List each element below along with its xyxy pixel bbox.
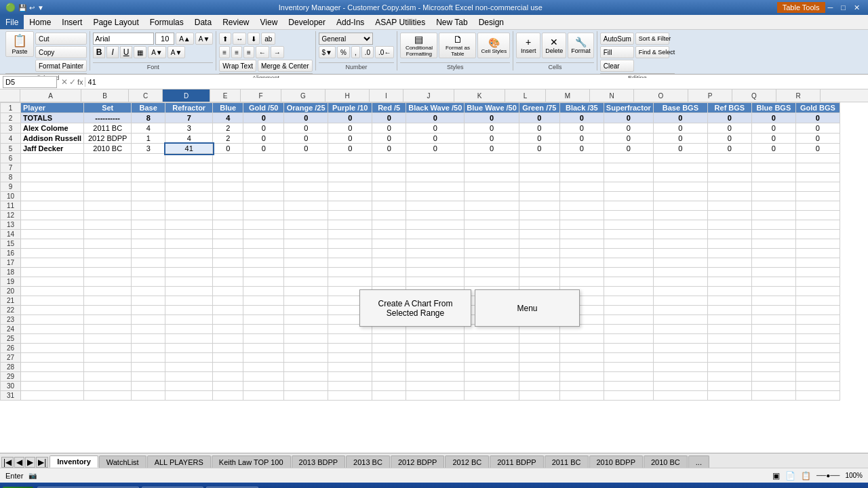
italic-button[interactable]: I [106,46,119,58]
cell-O3[interactable]: 0 [653,123,707,134]
font-size-input[interactable] [155,33,174,45]
minimize-btn[interactable]: ─ [825,3,836,12]
cell-A2[interactable]: TOTALS [21,113,84,123]
sheet-tab-2011bc[interactable]: 2011 BC [545,455,589,468]
cell-C4[interactable]: 1 [132,134,165,144]
align-middle-btn[interactable]: ↔ [233,33,246,45]
align-center-btn[interactable]: ≡ [231,46,242,58]
align-top-btn[interactable]: ⬆ [219,33,231,45]
align-right-btn[interactable]: ≡ [243,46,254,58]
cell-C1[interactable]: Base [132,103,165,113]
cell-L1[interactable]: Green /75 [519,103,559,113]
cell-P3[interactable]: 0 [707,123,751,134]
cell-A3[interactable]: Alex Colome [21,123,84,134]
find-select-btn[interactable]: Find & Select [635,46,669,58]
paste-button[interactable]: 📋 Paste [5,31,34,57]
cell-K1[interactable]: Blue Wave /50 [465,103,519,113]
cell-N5[interactable]: 0 [604,144,653,154]
cell-B2[interactable]: ---------- [84,113,132,123]
col-H[interactable]: H [326,89,370,102]
cell-J3[interactable]: 0 [406,123,465,134]
col-E[interactable]: E [210,89,241,102]
confirm-formula-btn[interactable]: ✓ [69,77,76,87]
cell-D2[interactable]: 7 [165,113,213,123]
col-C[interactable]: C [129,89,163,102]
cell-G5[interactable]: 0 [284,144,328,154]
menu-box[interactable]: Menu [475,289,580,327]
cell-H1[interactable]: Purple /10 [328,103,372,113]
menu-new-tab[interactable]: New Tab [431,15,473,29]
cell-M2[interactable]: 0 [559,113,604,123]
cell-styles-btn[interactable]: 🎨 Cell Styles [477,33,510,58]
view-normal-btn[interactable]: ▣ [772,471,780,481]
merge-center-btn[interactable]: Merge & Center [258,60,313,72]
cell-G4[interactable]: 0 [284,134,328,144]
row-num-3[interactable]: 3 [1,123,21,134]
cell-C3[interactable]: 4 [132,123,165,134]
border-btn[interactable]: ▦ [134,46,146,58]
cell-N4[interactable]: 0 [604,134,653,144]
cell-F3[interactable]: 0 [243,123,284,134]
cell-G2[interactable]: 0 [284,113,328,123]
cell-M5[interactable]: 0 [559,144,604,154]
orientation-btn[interactable]: ab [261,33,275,45]
cell-E3[interactable]: 2 [213,123,243,134]
menu-page-layout[interactable]: Page Layout [87,15,144,29]
cell-F5[interactable]: 0 [243,144,284,154]
tab-prev-btn[interactable]: ◀ [14,457,24,468]
quick-save-btn[interactable]: 💾 [18,4,26,12]
sheet-tab-keith-law[interactable]: Keith Law TOP 100 [212,455,291,468]
cell-J2[interactable]: 0 [406,113,465,123]
zoom-slider[interactable]: ──●── [816,472,840,479]
cell-C5[interactable]: 3 [132,144,165,154]
col-L[interactable]: L [505,89,546,102]
cell-O1[interactable]: Base BGS [653,103,707,113]
cell-B4[interactable]: 2012 BDPP [84,134,132,144]
fill-color-btn[interactable]: A▼ [148,46,166,58]
insert-function-btn[interactable]: fx [77,78,83,86]
col-G[interactable]: G [281,89,326,102]
decrease-decimal-btn[interactable]: .0← [375,46,394,58]
cell-K2[interactable]: 0 [465,113,519,123]
cell-R5[interactable]: 0 [795,144,840,154]
underline-button[interactable]: U [120,46,132,58]
cell-B1[interactable]: Set [84,103,132,113]
row-num-4[interactable]: 4 [1,134,21,144]
dollar-btn[interactable]: $▼ [319,46,336,58]
cell-B5[interactable]: 2010 BC [84,144,132,154]
close-btn[interactable]: ✕ [851,3,863,12]
cell-O5[interactable]: 0 [653,144,707,154]
tab-next-btn[interactable]: ▶ [25,457,35,468]
number-format-select[interactable]: General Number Currency Percentage [319,33,373,45]
sheet-tab-2010bdpp[interactable]: 2010 BDPP [589,455,643,468]
grid[interactable]: 1 Player Set Base Refractor Blue Gold /5… [0,102,868,453]
cell-R2[interactable]: 0 [795,113,840,123]
sheet-tab-2013bc[interactable]: 2013 BC [346,455,390,468]
row-num-2[interactable]: 2 [1,113,21,123]
cell-N3[interactable]: 0 [604,123,653,134]
cell-C2[interactable]: 8 [132,113,165,123]
row-num-1[interactable]: 1 [1,103,21,113]
col-R[interactable]: R [776,89,821,102]
cell-I5[interactable]: 0 [372,144,406,154]
cell-F2[interactable]: 0 [243,113,284,123]
cell-L4[interactable]: 0 [519,134,559,144]
sort-filter-btn[interactable]: Sort & Filter [635,33,669,45]
chart-from-range-box[interactable]: Create A Chart FromSelected Range [359,289,471,327]
menu-asap[interactable]: ASAP Utilities [370,15,431,29]
clear-btn[interactable]: Clear [600,60,634,72]
insert-btn[interactable]: + Insert [516,33,540,58]
cell-M3[interactable]: 0 [559,123,604,134]
comma-btn[interactable]: , [351,46,360,58]
formula-input[interactable] [85,78,868,86]
col-F[interactable]: F [241,89,281,102]
name-box[interactable] [3,76,57,88]
cell-L3[interactable]: 0 [519,123,559,134]
font-name-input[interactable] [93,33,154,45]
cell-H4[interactable]: 0 [328,134,372,144]
col-P[interactable]: P [688,89,732,102]
cell-D4[interactable]: 4 [165,134,213,144]
cell-A4[interactable]: Addison Russell [21,134,84,144]
cell-L2[interactable]: 0 [519,113,559,123]
menu-design[interactable]: Design [473,15,509,29]
